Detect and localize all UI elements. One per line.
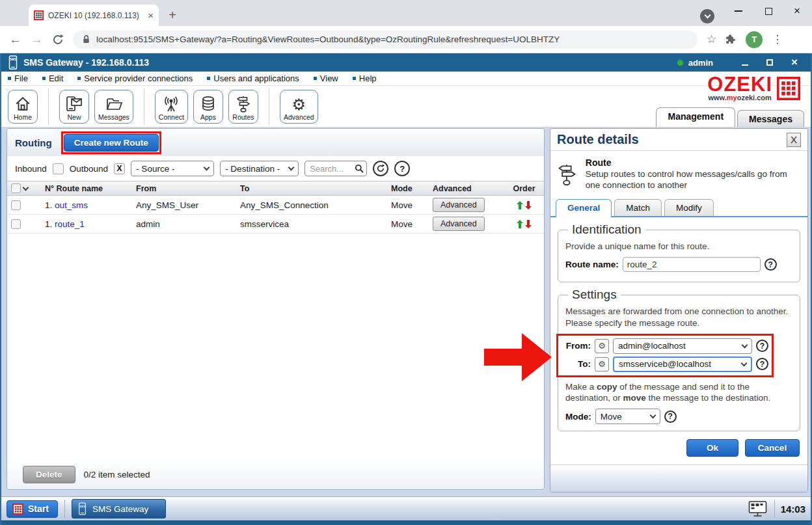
destination-select[interactable]: - Destination - [220,161,299,176]
apps-button[interactable]: Apps [193,90,223,124]
home-button[interactable]: Home [8,90,38,124]
browser-minimize-button[interactable] [724,0,753,22]
to-config-gear-icon[interactable]: ⚙ [595,357,609,371]
panel-close-icon[interactable]: X [787,133,801,147]
app-minimize-button[interactable] [735,59,755,66]
row-from: Any_SMS_User [136,200,240,210]
menu-bullet-icon [8,77,11,80]
route-link[interactable]: route_1 [55,219,85,229]
messages-button[interactable]: Messages [94,90,133,124]
bookmark-star-icon[interactable]: ☆ [707,33,716,46]
order-down-icon[interactable] [525,220,532,228]
route-link[interactable]: out_sms [55,200,88,210]
new-button[interactable]: New [59,90,89,124]
col-order[interactable]: Order [508,184,540,193]
mode-label: Mode: [565,412,591,422]
reload-icon[interactable] [52,34,64,46]
tray-monitor-icon[interactable] [748,500,768,517]
search-box [304,161,367,176]
advanced-button[interactable]: ⚙ Advanced [280,90,318,124]
cancel-button[interactable]: Cancel [745,439,800,457]
routes-button[interactable]: Routes [228,90,258,124]
col-to[interactable]: To [240,184,391,193]
chevron-down-icon [649,412,656,419]
app-close-button[interactable]: × [785,56,804,69]
select-all-checkbox[interactable] [11,183,21,193]
col-advanced[interactable]: Advanced [433,184,508,193]
outbound-checkbox[interactable]: X [114,163,125,174]
row-advanced-button[interactable]: Advanced [433,198,485,212]
table-row[interactable]: 1. route_1 admin smsservicea Move Advanc… [7,215,544,234]
browser-maximize-button[interactable] [753,0,783,22]
back-icon[interactable]: ← [9,33,21,47]
sms-gateway-window: SMS SMS Gateway - 192.168.0.113 admin × … [0,53,812,525]
new-tab-button[interactable]: + [164,7,181,23]
browser-profile-avatar[interactable]: T [746,31,763,48]
app-maximize-button[interactable] [760,59,779,66]
start-button[interactable]: Start [7,500,58,518]
menu-users-and-applications[interactable]: Users and applications [207,74,299,83]
mode-select[interactable]: Move [595,409,660,424]
tab-match[interactable]: Match [614,199,662,216]
logged-in-user[interactable]: admin [688,58,713,68]
col-route-name[interactable]: N° Route name [45,184,136,193]
table-row[interactable]: 1. out_sms Any_SMS_User Any_SMS_Connecti… [7,196,544,215]
menu-service-provider-connections[interactable]: Service provider connections [77,74,193,83]
route-details-panel: Route details X Route Setup routes to co… [550,128,808,492]
search-icon[interactable] [355,164,364,173]
menu-edit[interactable]: Edit [42,74,63,83]
col-from[interactable]: From [136,184,240,193]
tab-modify[interactable]: Modify [664,199,714,216]
tab-management[interactable]: Management [656,107,735,127]
create-new-route-button[interactable]: Create new Route [64,134,159,152]
from-config-gear-icon[interactable]: ⚙ [595,339,609,353]
ok-button[interactable]: Ok [686,439,738,457]
sms-phone-icon: SMS [8,55,18,70]
from-select[interactable]: admin@localhost [613,338,752,354]
row-checkbox[interactable] [11,200,21,210]
url-bar[interactable]: localhost:9515/SMS+Gateway/?a=Routing&Vi… [73,31,697,49]
route-name-input[interactable] [623,257,761,272]
row-advanced-button[interactable]: Advanced [433,217,485,231]
browser-menu-kebab-icon[interactable]: ⋮ [772,33,783,46]
to-select[interactable]: smsserviceb@localhost [613,357,752,372]
taskbar: Start SMS SMS Gateway 14:03 [1,496,811,520]
mode-help-icon[interactable]: ? [664,411,677,423]
source-select[interactable]: - Source - [131,161,214,176]
menu-help[interactable]: Help [353,74,377,83]
media-controls-icon[interactable] [700,9,714,23]
row-checkbox[interactable] [11,219,21,229]
tab-messages[interactable]: Messages [737,110,804,127]
chevron-down-icon[interactable] [23,184,29,191]
routing-header: Routing Create new Route [7,129,544,156]
menu-view[interactable]: View [314,74,338,83]
inbound-checkbox[interactable] [53,163,64,174]
col-mode[interactable]: Mode [391,184,433,193]
browser-tabstrip: OZEKI 10 (192.168.0.113) × + × [0,0,812,26]
new-message-icon [65,96,83,113]
menu-file[interactable]: File [8,74,28,83]
route-signpost-icon [556,157,578,193]
delete-button[interactable]: Delete [23,466,75,483]
connect-button[interactable]: Connect [155,90,188,124]
messages-folder-icon [105,96,123,113]
order-up-icon[interactable] [517,201,523,209]
ozeki-logo-url: www.myozeki.com [707,94,772,101]
route-name-help-icon[interactable]: ? [765,258,777,271]
taskbar-sms-gateway[interactable]: SMS SMS Gateway [72,499,166,518]
to-help-icon[interactable]: ? [756,358,768,370]
routing-filters: Inbound Outbound X - Source - - Destinat… [7,156,544,181]
browser-toolbar: ← → localhost:9515/SMS+Gateway/?a=Routin… [0,26,812,53]
order-up-icon[interactable] [517,220,523,228]
tab-close-icon[interactable]: × [148,10,154,20]
chevron-down-icon [288,165,295,171]
tab-general[interactable]: General [556,199,612,217]
browser-close-button[interactable]: × [782,0,812,22]
order-down-icon[interactable] [525,201,532,209]
extensions-puzzle-icon[interactable] [725,34,737,45]
from-help-icon[interactable]: ? [756,340,768,352]
browser-tab[interactable]: OZEKI 10 (192.168.0.113) × [29,5,159,26]
help-button[interactable]: ? [394,161,410,176]
forward-icon[interactable]: → [31,33,43,47]
refresh-button[interactable] [373,161,388,176]
